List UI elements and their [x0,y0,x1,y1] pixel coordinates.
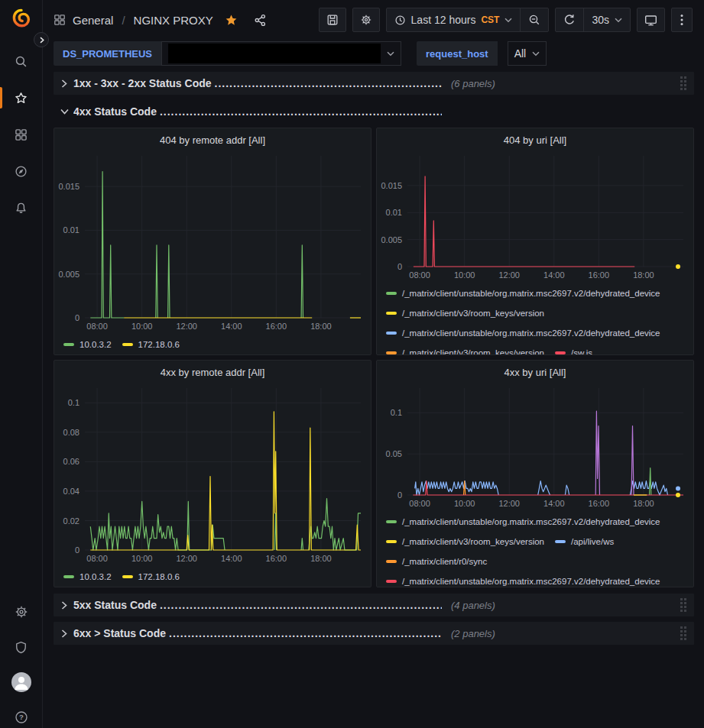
cycle-view-mode-button[interactable] [637,8,665,32]
variable-label-request-host[interactable]: request_host [417,41,498,66]
series-color-swatch [555,540,566,543]
svg-text:0.08: 0.08 [63,428,79,437]
legend-label: 172.18.0.6 [138,572,180,581]
time-series-chart[interactable]: 08:0010:0012:0014:0016:0018:0000.0050.01… [377,151,693,282]
series-color-swatch [386,520,397,523]
svg-text:0.015: 0.015 [58,182,79,191]
row-header-1xx[interactable]: 1xx - 3xx - 2xx Status Code ............… [54,72,694,95]
variable-value-ds-prometheus[interactable] [161,41,401,66]
legend-label: /_matrix/client/unstable/org.matrix.msc2… [402,289,660,298]
legend-item[interactable]: 10.0.3.2 [63,569,112,584]
kebab-menu-icon [680,14,683,26]
legend-item[interactable]: /sw.js [555,345,592,354]
time-series-chart[interactable]: 08:0010:0012:0014:0016:0018:0000.020.040… [54,383,371,565]
more-options-button[interactable] [671,8,693,32]
refresh-button[interactable] [556,8,583,31]
row-header-4xx[interactable]: 4xx Status Code ........................… [54,100,694,123]
share-icon[interactable] [254,14,267,27]
panel-title[interactable]: 4xx by uri [All] [377,361,693,383]
legend-label: /_matrix/client/r0/sync [402,557,487,566]
panel-title[interactable]: 404 by uri [All] [377,128,693,151]
apps-icon[interactable] [54,14,66,26]
sidebar-item-configuration[interactable] [0,601,43,623]
svg-text:08:00: 08:00 [86,554,108,563]
sidebar-item-profile[interactable] [0,671,43,693]
series-color-swatch [386,560,397,563]
series-color-swatch [386,351,397,354]
time-range-picker[interactable]: Last 12 hours CST [387,8,521,31]
svg-text:14:00: 14:00 [221,322,242,331]
legend-label: /_matrix/client/v3/room_keys/version [402,537,544,546]
row-header-6xx[interactable]: 6xx > Status Code ......................… [54,622,694,645]
sidebar-item-server-admin[interactable] [0,636,43,658]
main-area: General / NGINX PROXY La [44,0,704,728]
row-drag-handle-icon[interactable] [680,76,686,90]
sidebar-item-starred[interactable] [0,87,43,108]
time-series-chart[interactable]: 08:0010:0012:0014:0016:0018:0000.050.1 [377,383,693,510]
row-drag-handle-icon[interactable] [680,598,686,612]
series-color-swatch [555,351,566,354]
legend-label: /sw.js [571,348,592,354]
sidebar-item-explore[interactable] [0,160,43,182]
favorite-star-icon[interactable] [225,14,238,27]
legend-item[interactable]: /_matrix/client/unstable/org.matrix.msc2… [386,325,660,341]
refresh-interval-picker[interactable]: 30s [584,8,630,31]
breadcrumb-section[interactable]: General [73,14,113,27]
row-panel-count: (4 panels) [451,600,495,611]
panel-title[interactable]: 404 by remote addr [All] [54,128,371,151]
panel-legend: /_matrix/client/unstable/org.matrix.msc2… [377,510,693,587]
svg-text:0.06: 0.06 [63,457,79,466]
legend-item[interactable]: /_matrix/client/v3/room_keys/version [386,345,544,354]
zoom-out-button[interactable] [521,8,548,31]
panel-title[interactable]: 4xx by remote addr [All] [54,361,371,383]
legend-item[interactable]: /_matrix/client/v3/room_keys/version [386,306,544,321]
legend-item[interactable]: 172.18.0.6 [122,569,180,584]
svg-text:10:00: 10:00 [454,499,475,508]
legend-item[interactable]: 172.18.0.6 [122,337,180,352]
page-title[interactable]: NGINX PROXY [134,14,213,27]
legend-item[interactable]: /_matrix/client/unstable/org.matrix.msc2… [386,286,660,301]
legend-item[interactable]: /api/live/ws [555,534,614,549]
sidebar-item-alerting[interactable] [0,197,43,218]
chevron-down-icon [504,18,512,23]
legend-item[interactable]: /_matrix/client/unstable/org.matrix.msc2… [386,574,660,587]
svg-text:0: 0 [75,545,79,555]
svg-text:12:00: 12:00 [498,270,520,280]
grafana-logo-icon[interactable] [9,6,34,31]
variable-selected-value: All [514,47,527,60]
toolbar: Last 12 hours CST [319,8,693,32]
avatar [11,672,31,692]
save-dashboard-button[interactable] [319,8,346,32]
svg-text:08:00: 08:00 [86,322,108,331]
sidebar-item-search[interactable] [0,50,43,72]
sidebar-item-dashboards[interactable] [0,124,43,145]
dashboard-settings-button[interactable] [352,8,380,32]
svg-text:0.005: 0.005 [381,235,402,244]
variable-value-request-host[interactable]: All [508,41,547,66]
breadcrumb: General / NGINX PROXY [54,14,267,27]
panel-legend: /_matrix/client/unstable/org.matrix.msc2… [377,282,693,354]
row-drag-handle-icon[interactable] [680,626,686,640]
legend-label: /_matrix/client/unstable/org.matrix.msc2… [402,517,660,526]
svg-text:0.01: 0.01 [386,208,402,217]
compass-icon [15,165,28,178]
legend-item[interactable]: /_matrix/client/r0/sync [386,554,487,569]
star-icon [15,92,28,105]
legend-item[interactable]: /_matrix/client/unstable/org.matrix.msc2… [386,514,660,529]
time-range-label: Last 12 hours [411,14,476,26]
sidebar-item-help[interactable]: ? [0,707,43,728]
row-header-5xx[interactable]: 5xx Status Code ........................… [54,594,694,616]
legend-item[interactable]: /_matrix/client/v3/room_keys/version [386,534,544,549]
svg-text:0.02: 0.02 [63,516,79,526]
legend-item[interactable]: 10.0.3.2 [63,337,112,352]
svg-text:0.05: 0.05 [386,449,402,458]
series-color-swatch [386,580,397,583]
time-series-chart[interactable]: 08:0010:0012:0014:0016:0018:0000.0050.01… [54,151,371,333]
legend-label: 10.0.3.2 [79,572,112,581]
legend-label: /_matrix/client/unstable/org.matrix.msc2… [402,328,660,338]
panel-404-by-remote-addr: 404 by remote addr [All] 08:0010:0012:00… [54,128,371,355]
variable-label-ds-prometheus[interactable]: DS_PROMETHEUS [54,41,161,66]
sidebar-expand-button[interactable] [34,32,49,47]
svg-text:0.01: 0.01 [63,225,79,235]
svg-text:0: 0 [397,490,402,500]
